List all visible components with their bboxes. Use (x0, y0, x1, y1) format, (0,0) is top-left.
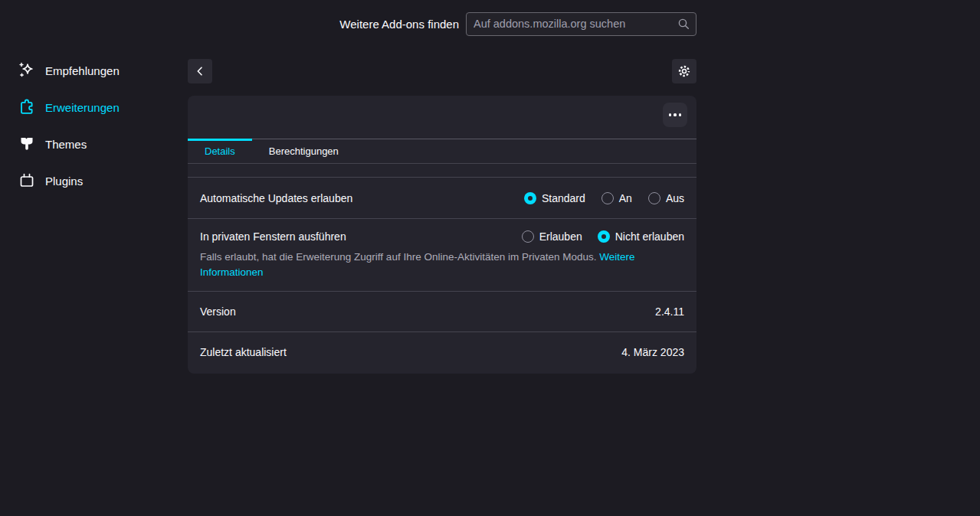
radio-unselected-icon (601, 192, 614, 204)
auto-updates-row: Automatische Updates erlauben Standard A… (188, 178, 696, 219)
sidebar-item-label: Themes (45, 138, 87, 151)
settings-button[interactable] (672, 59, 696, 83)
last-updated-row: Zuletzt aktualisiert 4. März 2023 (188, 332, 696, 371)
version-value: 2.4.11 (655, 305, 684, 318)
addons-category-sidebar: Empfehlungen Erweiterungen Themes Plugin (15, 52, 176, 199)
extensions-icon (17, 98, 36, 117)
auto-updates-label: Automatische Updates erlauben (200, 192, 352, 204)
addon-card-header (188, 96, 696, 139)
auto-updates-radio-group: Standard An Aus (524, 192, 684, 204)
search-input[interactable] (466, 12, 696, 36)
radio-option-dont-allow[interactable]: Nicht erlauben (598, 230, 684, 243)
section-spacer (188, 164, 696, 178)
sidebar-item-label: Plugins (45, 175, 83, 188)
plugins-icon (17, 171, 36, 191)
tab-permissions[interactable]: Berechtigungen (252, 139, 356, 163)
radio-selected-icon (598, 230, 610, 243)
radio-option-on[interactable]: An (601, 192, 632, 204)
private-windows-label: In privaten Fenstern ausführen (200, 230, 346, 243)
chevron-left-icon (194, 65, 206, 77)
radio-selected-icon (524, 192, 536, 204)
last-updated-value: 4. März 2023 (621, 346, 684, 358)
recommendations-icon (17, 61, 36, 80)
addons-search-box (466, 12, 696, 36)
sidebar-item-themes[interactable]: Themes (15, 126, 176, 162)
radio-option-standard[interactable]: Standard (524, 192, 585, 204)
version-row: Version 2.4.11 (188, 292, 696, 332)
radio-unselected-icon (522, 230, 534, 243)
more-options-button[interactable] (663, 103, 687, 127)
detail-tab-bar: Details Berechtigungen (188, 139, 696, 164)
radio-unselected-icon (648, 192, 660, 204)
ellipsis-icon (669, 113, 681, 116)
version-label: Version (200, 305, 236, 318)
private-windows-radio-group: Erlauben Nicht erlauben (522, 230, 684, 243)
back-button[interactable] (188, 59, 212, 83)
find-addons-label: Weitere Add-ons finden (339, 18, 459, 31)
last-updated-label: Zuletzt aktualisiert (200, 346, 287, 358)
private-windows-row: In privaten Fenstern ausführen Erlauben … (188, 219, 696, 292)
sidebar-item-recommendations[interactable]: Empfehlungen (15, 52, 176, 89)
sidebar-item-label: Empfehlungen (45, 64, 120, 77)
addon-detail-card: Details Berechtigungen Automatische Upda… (188, 96, 696, 374)
sidebar-item-extensions[interactable]: Erweiterungen (15, 89, 176, 126)
tab-details[interactable]: Details (188, 139, 252, 163)
private-windows-description: Falls erlaubt, hat die Erweiterung Zugri… (200, 250, 684, 280)
radio-option-allow[interactable]: Erlauben (522, 230, 582, 243)
sidebar-item-label: Erweiterungen (45, 101, 120, 114)
radio-option-off[interactable]: Aus (648, 192, 684, 204)
gear-icon (677, 64, 691, 78)
themes-icon (17, 135, 36, 154)
addons-search-bar: Weitere Add-ons finden (0, 11, 696, 36)
sidebar-item-plugins[interactable]: Plugins (15, 162, 176, 199)
